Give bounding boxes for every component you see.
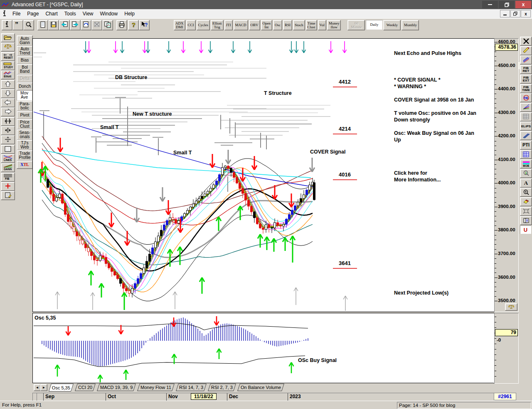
print-button[interactable]	[116, 20, 127, 30]
timeframe-weekly[interactable]: Weekly	[383, 20, 401, 30]
text-tool-button[interactable]: A	[520, 178, 532, 188]
pin-button[interactable]	[2, 20, 12, 30]
restore-button[interactable]	[499, 1, 515, 8]
fib-circle-icon[interactable]: FIB	[520, 93, 532, 102]
page-split-button[interactable]	[1, 135, 15, 144]
trendline-icon[interactable]	[520, 55, 532, 64]
fib-time-button[interactable]: FIB TIME	[520, 84, 532, 93]
study-button-rsi[interactable]: RSI	[283, 20, 292, 30]
new-page-button[interactable]	[37, 20, 48, 30]
tab-cci-20[interactable]: CCI 20	[75, 384, 96, 391]
study-button-open-int[interactable]: Open Int	[261, 20, 273, 30]
study-toggle-auto-trend[interactable]: Auto Trend	[17, 46, 33, 57]
fib-retracement-button[interactable]: FIB RET	[520, 65, 532, 74]
pti-button[interactable]: PTI	[520, 141, 532, 150]
refresh-chart-button[interactable]	[81, 20, 91, 30]
study-button-adx-dmi[interactable]: ADX DMI	[174, 20, 185, 30]
more-info-link[interactable]: More Information...	[394, 177, 441, 183]
blue-grid-icon[interactable]	[520, 150, 532, 159]
zoom-tool-icon[interactable]	[520, 188, 532, 197]
tab-scroll-left[interactable]: ◄	[34, 384, 41, 391]
fib-button[interactable]: FIB	[1, 173, 15, 182]
study-toggle-delta[interactable]: Delta	[17, 74, 33, 83]
value-one-icon[interactable]: 1	[520, 169, 532, 178]
price-scale[interactable]: 4600.004500.004400.004300.004200.004100.…	[494, 38, 519, 312]
oscillator-scale[interactable]: 79-0	[494, 313, 519, 384]
timeframe-monthly[interactable]: Monthly	[401, 20, 419, 30]
quotes-button[interactable]: ”	[12, 20, 23, 30]
menu-view[interactable]: View	[79, 10, 97, 18]
mdi-restore-button[interactable]	[510, 10, 520, 17]
menu-tools[interactable]: Tools	[61, 10, 79, 18]
study-toggle-bol-band[interactable]: Bol Band	[17, 64, 33, 75]
menu-window[interactable]: Window	[97, 10, 121, 18]
log-scale-button[interactable]	[505, 303, 517, 311]
highlighted-date[interactable]: 11/18/22	[191, 393, 217, 400]
mdi-close-button[interactable]: x	[521, 10, 531, 17]
help-button[interactable]: ?	[128, 20, 139, 30]
bar-width-button[interactable]	[1, 117, 15, 126]
study-button-cycles[interactable]: Cycles	[197, 20, 210, 30]
tab-scroll-right[interactable]: ►	[40, 384, 47, 391]
more-info-link[interactable]: Click here for	[394, 170, 427, 176]
reset-button[interactable]: RESET	[1, 52, 15, 61]
regression-lines-icon[interactable]	[520, 131, 532, 140]
oscillator-surface[interactable]: Osc 5,35OSc Buy Signal	[33, 313, 493, 382]
study-button-macd[interactable]: MACD	[234, 20, 248, 30]
tile-charts-button[interactable]	[102, 20, 113, 30]
pencil-icon[interactable]	[520, 46, 532, 55]
study-toggle-mov-ave[interactable]: Mov Ave	[17, 90, 32, 100]
price-chart-panel[interactable]: 4412421440163641DB StructureT StructureN…	[32, 38, 495, 312]
study-toggle-trade-profile[interactable]: Trade Profile	[17, 150, 33, 161]
grid-button[interactable]	[1, 145, 15, 154]
arrow-up-button[interactable]	[1, 80, 15, 89]
study-toggle-tj-s-web[interactable]: TJ's Web	[17, 140, 33, 151]
save-button[interactable]	[48, 20, 59, 30]
date-axis[interactable]: 11/18/22 SepOctNovDec2023	[37, 393, 495, 401]
search-button[interactable]	[23, 20, 34, 30]
study-button-obv[interactable]: OBV	[249, 20, 260, 30]
tab-rsi-2-7-3[interactable]: RSI 2, 7, 3	[208, 384, 236, 391]
study-toggle-pivot[interactable]: Pivot	[17, 111, 33, 119]
properties-button[interactable]	[1, 191, 15, 200]
menu-help[interactable]: Help	[121, 10, 138, 18]
study-button-vol[interactable]: Vol	[318, 20, 326, 30]
timeframe-daily[interactable]: Daily	[366, 20, 382, 30]
minimize-button[interactable]	[482, 1, 498, 8]
menu-file[interactable]: File	[9, 10, 24, 18]
study-toggle-seas-onals[interactable]: Seas- onals	[17, 129, 33, 140]
arrow-right-button[interactable]	[1, 107, 15, 117]
arrow-down-button[interactable]	[1, 89, 15, 98]
scales-button[interactable]	[1, 42, 15, 52]
study-toggle-donch[interactable]: Donch	[17, 82, 33, 91]
crosshair-button[interactable]	[1, 182, 15, 191]
bar-compress-button[interactable]	[1, 126, 15, 135]
close-chart-button[interactable]	[91, 20, 102, 30]
study-toggle-auto-gann[interactable]: Auto Gann	[17, 35, 33, 46]
close-tool-icon[interactable]	[520, 37, 532, 46]
tab-rsi-14-7-3[interactable]: RSI 14, 7, 3	[176, 384, 207, 391]
magnet-button[interactable]: U	[520, 226, 531, 234]
study-button-time-clust[interactable]: Time Clust	[306, 20, 317, 30]
timeframe-60-minute[interactable]: 60 Minute	[347, 20, 365, 30]
mob-button[interactable]: MOB	[520, 159, 532, 169]
close-button[interactable]: x	[515, 1, 531, 8]
grid-tool-icon[interactable]	[520, 112, 532, 121]
tab-osc-5-35[interactable]: Osc 5,35	[49, 384, 74, 392]
tab-on-balance-volume[interactable]: On Balance Volume	[237, 384, 284, 391]
price-chart-surface[interactable]: 4412421440163641DB StructureT StructureN…	[33, 39, 493, 311]
oscillator-panel[interactable]: Osc 5,35OSc Buy Signal	[32, 313, 495, 384]
fib-extension-button[interactable]: FIB EXT	[520, 74, 532, 84]
gann-fan-icon[interactable]	[520, 103, 532, 112]
menu-page[interactable]: Page	[24, 10, 42, 18]
eraser-icon[interactable]	[520, 197, 532, 206]
menu-chart[interactable]: Chart	[42, 10, 61, 18]
ellipse-button[interactable]: ELiPS	[520, 121, 532, 131]
study-button[interactable]: STUDY	[1, 61, 15, 70]
study-button-stoch[interactable]: Stoch	[293, 20, 305, 30]
tab-macd-19-39-9[interactable]: MACD 19, 39, 9	[97, 384, 136, 391]
study-toggle-bias[interactable]: Bias	[17, 56, 33, 64]
elliott-button[interactable]: Elliott	[1, 70, 15, 79]
study-button-osc[interactable]: Osc	[273, 20, 282, 30]
open-chart-button[interactable]	[1, 33, 15, 42]
